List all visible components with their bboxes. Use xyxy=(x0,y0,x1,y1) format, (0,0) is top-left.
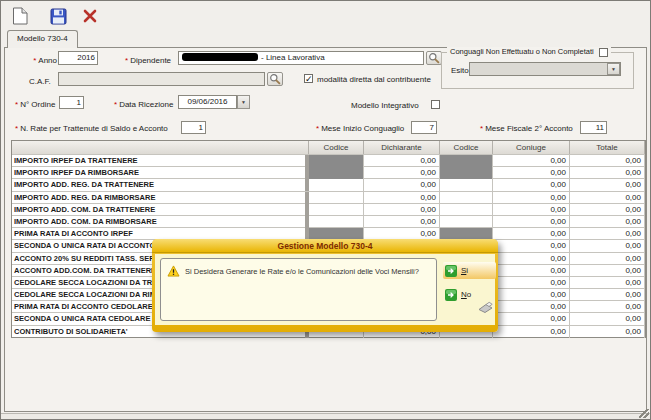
esito-select[interactable] xyxy=(469,62,621,76)
toolbar xyxy=(1,1,650,29)
si-button-label: Si xyxy=(461,266,468,275)
esito-dropdown-button[interactable]: ▼ xyxy=(607,63,620,75)
window-bottom-edge xyxy=(1,413,650,419)
totale-cell[interactable]: 0,00 xyxy=(570,253,645,265)
coniuge-cell[interactable]: 0,00 xyxy=(493,167,570,179)
row-label: IMPORTO ADD. REG. DA RIMBORSARE xyxy=(12,192,309,204)
totale-cell[interactable]: 0,00 xyxy=(570,289,645,301)
codice-cell[interactable] xyxy=(440,179,493,191)
totale-cell[interactable]: 0,00 xyxy=(570,326,645,338)
modello-integrativo-checkbox[interactable] xyxy=(431,100,440,109)
mese-inizio-input[interactable]: 7 xyxy=(411,121,437,134)
totale-cell[interactable]: 0,00 xyxy=(570,192,645,204)
dichiarante-cell[interactable]: 0,00 xyxy=(364,155,440,167)
totale-cell[interactable]: 0,00 xyxy=(570,204,645,216)
totale-cell[interactable]: 0,00 xyxy=(570,167,645,179)
data-ricezione-input[interactable]: 09/06/2016 xyxy=(178,95,237,109)
warning-icon xyxy=(167,265,180,279)
caf-label: C.A.F. xyxy=(29,77,51,86)
modello-integrativo-label: Modello Integrativo xyxy=(351,101,419,110)
codice-cell[interactable] xyxy=(309,155,364,167)
coniuge-cell[interactable]: 0,00 xyxy=(493,155,570,167)
coniuge-cell[interactable]: 0,00 xyxy=(493,216,570,228)
totale-cell[interactable]: 0,00 xyxy=(570,216,645,228)
totale-cell[interactable]: 0,00 xyxy=(570,265,645,277)
data-ricezione-dropdown-button[interactable]: ▼ xyxy=(237,95,250,109)
codice-cell[interactable] xyxy=(440,216,493,228)
codice-cell[interactable] xyxy=(309,204,364,216)
new-document-icon[interactable] xyxy=(10,6,30,26)
coniuge-cell[interactable]: 0,00 xyxy=(493,240,570,252)
coniuge-cell[interactable]: 0,00 xyxy=(493,204,570,216)
codice-cell[interactable] xyxy=(440,192,493,204)
n-rate-input[interactable]: 1 xyxy=(181,121,206,134)
dipendente-search-button[interactable] xyxy=(426,51,442,65)
totale-cell[interactable]: 0,00 xyxy=(570,301,645,313)
table-row[interactable]: IMPORTO ADD. REG. DA RIMBORSARE0,000,000… xyxy=(12,191,645,203)
save-icon[interactable] xyxy=(48,6,68,26)
table-row[interactable]: IMPORTO IRPEF DA RIMBORSARE0,000,000,00 xyxy=(12,166,645,178)
dichiarante-cell[interactable]: 0,00 xyxy=(364,216,440,228)
codice-cell[interactable] xyxy=(309,192,364,204)
dichiarante-cell[interactable]: 0,00 xyxy=(364,167,440,179)
resize-grip[interactable] xyxy=(639,409,649,418)
totale-cell[interactable]: 0,00 xyxy=(570,277,645,289)
codice-cell[interactable] xyxy=(440,155,493,167)
app-window: Modello 730-4 *Anno 2016 *Dipendente - L… xyxy=(0,0,651,420)
delete-icon[interactable] xyxy=(80,6,100,26)
codice-cell[interactable] xyxy=(309,216,364,228)
caf-input[interactable] xyxy=(58,72,265,86)
codice-cell[interactable] xyxy=(440,204,493,216)
column-header: Totale xyxy=(570,141,645,154)
coniuge-cell[interactable]: 0,00 xyxy=(493,277,570,289)
caf-search-button[interactable] xyxy=(267,72,283,86)
chevron-down-icon: ▼ xyxy=(611,66,616,72)
totale-cell[interactable]: 0,00 xyxy=(570,240,645,252)
coniuge-cell[interactable]: 0,00 xyxy=(493,289,570,301)
row-label: IMPORTO ADD. COM. DA TRATTENERE xyxy=(12,204,309,216)
chevron-down-icon: ▼ xyxy=(241,99,246,105)
table-row[interactable]: PRIMA RATA DI ACCONTO IRPEF0,000,000,00 xyxy=(12,227,645,239)
codice-cell[interactable] xyxy=(309,179,364,191)
tab-modello-730-4[interactable]: Modello 730-4 xyxy=(7,30,78,48)
totale-cell[interactable]: 0,00 xyxy=(570,228,645,240)
green-arrow-icon xyxy=(445,265,457,277)
coniuge-cell[interactable]: 0,00 xyxy=(493,326,570,338)
totale-cell[interactable]: 0,00 xyxy=(570,313,645,325)
coniuge-cell[interactable]: 0,00 xyxy=(493,265,570,277)
coniuge-cell[interactable]: 0,00 xyxy=(493,228,570,240)
totale-cell[interactable]: 0,00 xyxy=(570,155,645,167)
coniuge-cell[interactable]: 0,00 xyxy=(493,301,570,313)
coniuge-cell[interactable]: 0,00 xyxy=(493,192,570,204)
column-header: Dichiarante xyxy=(364,141,440,154)
mese-fiscale-input[interactable]: 11 xyxy=(580,121,607,134)
table-row[interactable]: IMPORTO IRPEF DA TRATTENERE0,000,000,00 xyxy=(12,154,645,166)
anno-input[interactable]: 2016 xyxy=(58,51,98,65)
n-ordine-input[interactable]: 1 xyxy=(59,96,84,109)
dialog-gestione-modello: Gestione Modello 730-4 Si Desidera Gener… xyxy=(152,239,498,332)
dialog-message: Si Desidera Generare le Rate e/o le Comu… xyxy=(185,267,432,276)
stamp-icon[interactable] xyxy=(477,300,494,316)
anno-label: *Anno xyxy=(21,56,57,65)
si-button[interactable]: Si xyxy=(443,262,496,279)
dialog-body: Si Desidera Generare le Rate e/o le Comu… xyxy=(155,254,495,325)
codice-cell[interactable] xyxy=(440,167,493,179)
table-row[interactable]: IMPORTO ADD. REG. DA TRATTENERE0,000,000… xyxy=(12,178,645,190)
table-row[interactable]: IMPORTO ADD. COM. DA RIMBORSARE0,000,000… xyxy=(12,215,645,227)
coniuge-cell[interactable]: 0,00 xyxy=(493,179,570,191)
coniuge-cell[interactable]: 0,00 xyxy=(493,253,570,265)
dipendente-input[interactable]: - Linea Lavorativa xyxy=(178,51,424,65)
totale-cell[interactable]: 0,00 xyxy=(570,179,645,191)
column-header: Coniuge xyxy=(493,141,570,154)
table-row[interactable]: IMPORTO ADD. COM. DA TRATTENERE0,000,000… xyxy=(12,203,645,215)
conguagli-checkbox[interactable] xyxy=(599,48,608,57)
dichiarante-cell[interactable]: 0,00 xyxy=(364,179,440,191)
modalita-label: modalità diretta dal contribuente xyxy=(317,75,431,84)
dichiarante-cell[interactable]: 0,00 xyxy=(364,204,440,216)
dialog-message-box: Si Desidera Generare le Rate e/o le Comu… xyxy=(160,258,437,321)
dichiarante-cell[interactable]: 0,00 xyxy=(364,192,440,204)
data-ricezione-label: *Data Ricezione xyxy=(114,100,173,109)
codice-cell[interactable] xyxy=(309,167,364,179)
coniuge-cell[interactable]: 0,00 xyxy=(493,313,570,325)
modalita-checkbox[interactable]: ✓ xyxy=(304,74,313,83)
